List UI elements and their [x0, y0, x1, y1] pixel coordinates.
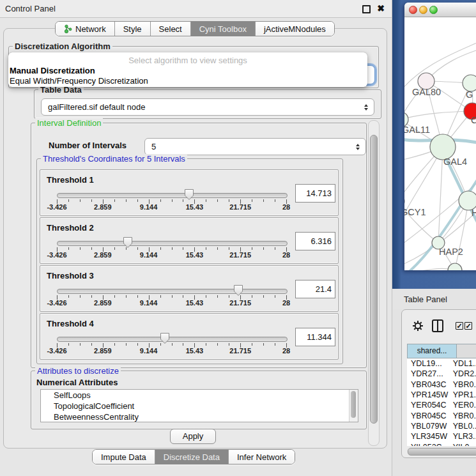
table-row[interactable]: YDR27...YDR2... — [407, 369, 476, 379]
network-window-titlebar[interactable] — [404, 3, 476, 17]
column-header-name[interactable]: name — [456, 344, 476, 358]
threshold-4-box: Threshold 4-3.4262.8599.14415.4321.71528… — [40, 313, 339, 360]
control-panel-window: Control Panel ✖ NetworkStyleSelectCyni T… — [0, 0, 392, 476]
tick-label: -3.426 — [42, 203, 72, 211]
table-cell: YLR345W — [407, 432, 450, 441]
threshold-slider-track[interactable] — [57, 193, 288, 198]
minimize-traffic-light-icon[interactable] — [419, 6, 427, 14]
top-tab-select[interactable]: Select — [151, 22, 191, 36]
threshold-value-field[interactable]: 21.4 — [295, 280, 335, 298]
attribute-list-item[interactable]: BetweennessCentrality — [41, 411, 358, 422]
table-cell: YBR045C — [407, 411, 450, 420]
minor-tick — [80, 247, 81, 250]
thresholds-group-label: Threshold's Coordinates for 5 Intervals — [41, 154, 187, 164]
combo-stepper-icon — [361, 104, 371, 111]
algorithm-popup-hint: Select algorithm to view settings — [8, 56, 367, 65]
checkbox-icon[interactable]: ✓ — [464, 322, 472, 330]
table-row[interactable]: YBR045CYBR0... — [407, 410, 476, 420]
threshold-slider-track[interactable] — [57, 337, 288, 342]
top-tab-network[interactable]: Network — [56, 22, 115, 36]
apply-button[interactable]: Apply — [170, 429, 216, 444]
threshold-value-field[interactable]: 14.713 — [295, 184, 335, 203]
network-edge — [438, 147, 443, 243]
table-row[interactable]: YDL19...YDL1... — [407, 358, 476, 369]
node-label: C — [471, 115, 476, 125]
top-tab-style[interactable]: Style — [115, 22, 151, 36]
table-row[interactable]: YIL052CYIL0... — [407, 441, 476, 446]
minor-tick — [275, 343, 275, 346]
algorithm-option-equal-width[interactable]: Equal Width/Frequency Discretization — [10, 76, 148, 86]
threshold-value-field[interactable]: 6.316 — [295, 232, 335, 250]
tick-label: 15.43 — [180, 251, 209, 259]
table-row[interactable]: YPR145WYPR1... — [407, 390, 476, 400]
thresholds-container: Threshold 1-3.4262.8599.14415.4321.71528… — [40, 169, 339, 361]
close-icon[interactable]: ✖ — [377, 3, 385, 13]
tick-label: -3.426 — [42, 251, 72, 259]
minor-tick — [183, 343, 183, 346]
node-label: GAL11 — [404, 125, 430, 135]
minor-tick — [114, 247, 115, 250]
minor-tick — [137, 343, 138, 346]
table-cell: YIL0... — [450, 443, 476, 446]
threshold-slider-thumb[interactable] — [233, 284, 243, 296]
bottom-tab-infer-network[interactable]: Infer Network — [229, 450, 295, 464]
minor-tick — [275, 199, 275, 202]
checkbox-icon[interactable]: ✓ — [456, 322, 463, 330]
tick-label: 2.859 — [88, 299, 118, 307]
numerical-attributes-list[interactable]: SelfLoopsTopologicalCoefficientBetweenne… — [40, 389, 358, 422]
split-view-icon[interactable] — [432, 319, 443, 332]
table-row[interactable]: YBL079WYBL0... — [407, 421, 476, 431]
table-cell: YDR2... — [450, 369, 476, 378]
zoom-traffic-light-icon[interactable] — [429, 6, 438, 14]
panel-scrollbar-thumb[interactable] — [370, 135, 378, 424]
panel-scrollbar[interactable] — [368, 120, 380, 446]
minor-tick — [172, 295, 173, 298]
node-label: GCY1 — [404, 207, 426, 217]
table-cell: YBL0... — [450, 422, 476, 431]
minor-tick — [252, 199, 252, 202]
minor-tick — [114, 343, 115, 346]
table-row[interactable]: YLR345WYLR3... — [407, 431, 476, 441]
threshold-slider-thumb[interactable] — [160, 332, 170, 344]
network-canvas[interactable]: GAL80GCGAL11GAL4GCY1HHAP2 — [404, 17, 476, 270]
number-of-intervals-combobox[interactable]: 5 — [144, 138, 366, 155]
tick-label: 2.859 — [88, 203, 118, 211]
attribute-list-item[interactable]: SelfLoops — [41, 390, 358, 401]
list-scrollbar[interactable] — [349, 390, 358, 422]
algorithm-option-manual[interactable]: Manual Discretization — [10, 66, 95, 75]
table-row[interactable]: YBR043CYBR0... — [407, 380, 476, 390]
minor-tick — [160, 199, 161, 202]
network-node[interactable] — [448, 263, 462, 270]
float-window-icon[interactable] — [362, 5, 371, 13]
top-tab-label: Style — [123, 24, 142, 34]
table-rows: YDL19...YDL1...YDR27...YDR2...YBR043CYBR… — [407, 358, 476, 446]
table-panel-window: ✓ ✓ shared...name YDL19...YDL1...YDR27..… — [401, 309, 476, 458]
network-icon — [64, 24, 72, 33]
table-row[interactable]: YER054CYER0... — [407, 400, 476, 410]
minor-tick — [275, 295, 275, 298]
threshold-value-field[interactable]: 11.344 — [295, 328, 335, 346]
threshold-slider-track[interactable] — [57, 289, 288, 294]
threshold-2-box: Threshold 2-3.4262.8599.14415.4321.71528… — [40, 217, 339, 264]
attribute-list-item[interactable]: TopologicalCoefficient — [41, 401, 358, 411]
minor-tick — [114, 199, 115, 202]
bottom-tab-label: Impute Data — [101, 452, 146, 462]
column-header-shared-name[interactable]: shared... — [407, 344, 456, 358]
table-hscrollbar[interactable] — [407, 447, 476, 455]
network-node-gal4[interactable] — [430, 134, 456, 160]
top-tab-cyni-toolbox[interactable]: Cyni Toolbox — [191, 22, 256, 36]
list-scrollbar-thumb[interactable] — [351, 391, 356, 418]
close-traffic-light-icon[interactable] — [409, 6, 417, 14]
threshold-slider-track[interactable] — [57, 241, 288, 246]
bottom-tab-discretize-data[interactable]: Discretize Data — [155, 450, 229, 464]
threshold-slider-thumb[interactable] — [123, 236, 133, 249]
table-data-combobox[interactable]: galFiltered.sif default node — [41, 98, 374, 116]
bottom-tab-impute-data[interactable]: Impute Data — [93, 450, 155, 464]
discretization-algorithm-label: Discretization Algorithm — [13, 42, 112, 51]
gear-icon[interactable] — [412, 320, 424, 332]
top-tab-jactivemnodules[interactable]: jActiveMNodules — [256, 22, 334, 36]
threshold-slider-thumb[interactable] — [184, 188, 194, 201]
minor-tick — [252, 295, 252, 298]
minor-tick — [91, 199, 92, 202]
table-hscrollbar-thumb[interactable] — [408, 448, 476, 456]
